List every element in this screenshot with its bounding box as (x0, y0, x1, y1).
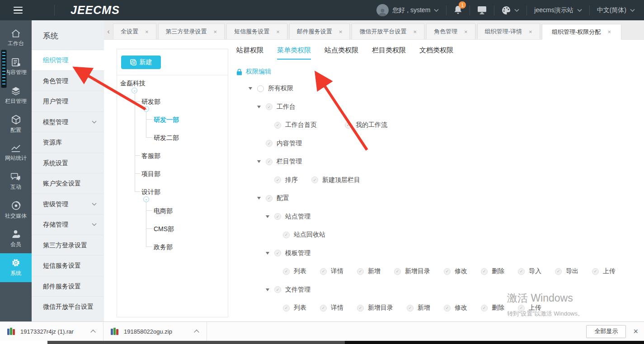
tab-sitegroup-perms[interactable]: 站群权限 (236, 46, 263, 60)
checkbox-checked-icon[interactable] (407, 305, 414, 311)
caret-down-icon[interactable] (249, 87, 252, 90)
radio-unchecked-icon[interactable] (257, 85, 264, 92)
close-icon[interactable]: × (607, 28, 611, 35)
new-button[interactable]: 新建 (121, 56, 161, 69)
download-item[interactable]: 19173327r4jz (1).rar (0, 322, 103, 341)
org-node[interactable]: 项目部 (141, 169, 160, 178)
close-icon[interactable]: × (145, 28, 149, 35)
sidebar-item-statistics[interactable]: 网站统计 (0, 139, 32, 167)
chevron-up-icon[interactable] (194, 330, 199, 335)
tab-category-perms[interactable]: 栏目类权限 (372, 46, 406, 60)
sidebar-item-interaction[interactable]: 互动 (0, 167, 32, 196)
close-icon[interactable]: × (214, 28, 217, 35)
checkbox-checked-icon[interactable] (274, 213, 281, 220)
caret-down-icon[interactable] (266, 252, 269, 255)
screen-button[interactable] (477, 6, 487, 14)
checkbox-checked-icon[interactable] (274, 122, 281, 129)
checkbox-checked-icon[interactable] (592, 268, 599, 275)
submenu-item-users[interactable]: 用户管理 (32, 91, 104, 112)
close-downloads-icon[interactable]: × (633, 327, 638, 335)
checkbox-checked-icon[interactable] (320, 268, 327, 275)
sidebar-item-system[interactable]: 系统 (0, 253, 32, 282)
show-all-downloads-button[interactable]: 全部显示 (586, 325, 626, 338)
checkbox-checked-icon[interactable] (345, 122, 352, 129)
submenu-item-secrecy[interactable]: 密级管理 (32, 194, 104, 214)
checkbox-checked-icon[interactable] (555, 268, 562, 275)
checkbox-checked-icon[interactable] (481, 268, 488, 275)
org-node-selected[interactable]: 研发一部 (154, 115, 179, 124)
collapse-icon[interactable] (143, 196, 149, 202)
sidebar-item-workbench[interactable]: 工作台 (0, 24, 32, 53)
tab-settings[interactable]: 全设置× (113, 23, 156, 39)
close-icon[interactable]: × (464, 28, 468, 35)
org-node[interactable]: 研发部 (141, 97, 160, 106)
caret-down-icon[interactable] (257, 197, 261, 200)
site-switcher[interactable]: jeecms演示站 (534, 6, 582, 14)
caret-down-icon[interactable] (257, 106, 261, 108)
sidebar-item-config[interactable]: 配置 (0, 110, 32, 139)
tab-wechat-platform[interactable]: 微信开放平台设置× (352, 23, 424, 39)
tab-org-detail[interactable]: 组织管理-详情× (477, 23, 540, 39)
menu-toggle-icon[interactable] (14, 7, 23, 14)
close-icon[interactable]: × (529, 28, 532, 35)
caret-down-icon[interactable] (266, 215, 269, 218)
tab-menu-perms[interactable]: 菜单类权限 (277, 46, 311, 60)
checkbox-checked-icon[interactable] (274, 250, 281, 256)
org-node-root[interactable]: 金磊科技 (120, 79, 146, 88)
org-node[interactable]: 研发二部 (154, 133, 179, 142)
checkbox-checked-icon[interactable] (444, 268, 451, 275)
notifications-button[interactable]: 1 (454, 5, 462, 15)
checkbox-checked-icon[interactable] (394, 268, 401, 275)
org-node[interactable]: 政务部 (154, 242, 173, 251)
language-switcher[interactable]: 中文(简体) (597, 6, 635, 14)
collapse-icon[interactable] (143, 106, 149, 112)
app-logo[interactable]: JEECMS (71, 4, 120, 17)
checkbox-checked-icon[interactable] (481, 305, 488, 311)
submenu-item-resources[interactable]: 资源库 (32, 132, 104, 153)
checkbox-checked-icon[interactable] (283, 232, 290, 238)
checkbox-checked-icon[interactable] (311, 177, 318, 183)
checkbox-checked-icon[interactable] (283, 268, 290, 275)
tab-org-permission[interactable]: 组织管理-权限分配× (542, 24, 621, 40)
tab-site-perms[interactable]: 站点类权限 (324, 46, 358, 60)
submenu-item-system-settings[interactable]: 系统设置 (32, 153, 104, 173)
submenu-item-org[interactable]: 组织管理 (32, 50, 104, 70)
submenu-item-roles[interactable]: 角色管理 (32, 70, 104, 91)
user-menu[interactable]: 您好 , system (376, 4, 439, 16)
checkbox-checked-icon[interactable] (357, 305, 364, 311)
checkbox-checked-icon[interactable] (357, 268, 364, 275)
caret-down-icon[interactable] (257, 160, 261, 163)
checkbox-checked-icon[interactable] (283, 305, 290, 311)
close-icon[interactable]: × (339, 28, 343, 35)
submenu-item-thirdparty-login[interactable]: 第三方登录设置 (32, 235, 104, 256)
close-icon[interactable]: × (413, 28, 417, 35)
chevron-up-icon[interactable] (90, 330, 95, 335)
checkbox-checked-icon[interactable] (266, 103, 273, 110)
submenu-item-sms[interactable]: 短信服务设置 (32, 255, 104, 276)
checkbox-checked-icon[interactable] (444, 305, 451, 311)
sidebar-item-social-media[interactable]: 社交媒体 (0, 196, 32, 225)
submenu-item-account-security[interactable]: 账户安全设置 (32, 173, 104, 194)
caret-down-icon[interactable] (266, 288, 269, 291)
checkbox-checked-icon[interactable] (320, 305, 327, 311)
submenu-item-models[interactable]: 模型管理 (32, 112, 104, 132)
org-node[interactable]: CMS部 (154, 224, 174, 233)
submenu-item-email[interactable]: 邮件服务设置 (32, 276, 104, 297)
close-icon[interactable]: × (276, 28, 280, 35)
tab-thirdparty-login[interactable]: 第三方登录设置× (158, 23, 225, 39)
checkbox-checked-icon[interactable] (274, 177, 281, 183)
org-node[interactable]: 设计部 (141, 187, 160, 196)
checkbox-checked-icon[interactable] (518, 268, 525, 275)
submenu-item-wechat-platform[interactable]: 微信开放平台设置 (32, 296, 104, 317)
checkbox-checked-icon[interactable] (266, 140, 273, 147)
checkbox-checked-icon[interactable] (274, 286, 281, 293)
permission-edit-link[interactable]: 权限编辑 (236, 68, 644, 76)
sidebar-item-members[interactable]: 会员 (0, 225, 32, 254)
tab-document-perms[interactable]: 文档类权限 (419, 46, 453, 60)
tab-roles[interactable]: 角色管理× (426, 23, 475, 39)
checkbox-checked-icon[interactable] (266, 158, 273, 165)
download-item[interactable]: 191858022ogu.zip (103, 322, 207, 341)
tab-email[interactable]: 邮件服务设置× (289, 23, 350, 39)
checkbox-checked-icon[interactable] (518, 305, 525, 311)
submenu-item-storage[interactable]: 存储管理 (32, 214, 104, 235)
